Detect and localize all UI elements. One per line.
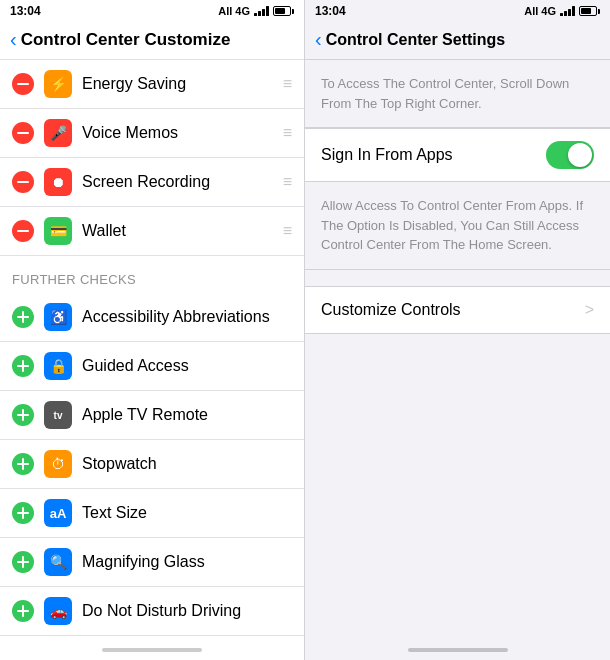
right-status-right: All 4G [524, 5, 600, 17]
list-item-dnd[interactable]: 🚗 Do Not Disturb Driving [0, 587, 304, 636]
remove-voice-button[interactable] [12, 122, 34, 144]
list-item-voice[interactable]: 🎤 Voice Memos ≡ [0, 109, 304, 158]
add-appletv-button[interactable] [12, 404, 34, 426]
list-item-appletv[interactable]: tv Apple TV Remote [0, 391, 304, 440]
list-item-guided[interactable]: 🔒 Guided Access [0, 342, 304, 391]
add-dnd-button[interactable] [12, 600, 34, 622]
dnd-label: Do Not Disturb Driving [82, 602, 292, 620]
magnifying-label: Magnifying Glass [82, 553, 292, 571]
accessibility-icon: ♿ [44, 303, 72, 331]
left-back-button[interactable]: ‹ [10, 28, 17, 51]
screen-icon: ⏺ [44, 168, 72, 196]
right-status-bar: 13:04 All 4G [305, 0, 610, 22]
left-status-right: All 4G [218, 5, 294, 17]
list-item-accessibility[interactable]: ♿ Accessibility Abbreviations [0, 293, 304, 342]
magnifying-icon: 🔍 [44, 548, 72, 576]
left-panel: 13:04 All 4G ‹ Control Center Customize [0, 0, 305, 660]
right-signal-icon [560, 6, 575, 16]
energy-drag-handle[interactable]: ≡ [283, 75, 292, 93]
right-home-bar [408, 648, 508, 652]
right-back-button[interactable]: ‹ [315, 28, 322, 51]
list-item-wallet[interactable]: 💳 Wallet ≡ [0, 207, 304, 256]
textsize-icon: aA [44, 499, 72, 527]
voice-drag-handle[interactable]: ≡ [283, 124, 292, 142]
info-text: To Access The Control Center, Scroll Dow… [321, 76, 569, 111]
info-box: To Access The Control Center, Scroll Dow… [305, 60, 610, 128]
appletv-label: Apple TV Remote [82, 406, 292, 424]
appletv-icon: tv [44, 401, 72, 429]
add-guided-button[interactable] [12, 355, 34, 377]
right-network: All 4G [524, 5, 556, 17]
left-battery-icon [273, 6, 294, 16]
add-magnifying-button[interactable] [12, 551, 34, 573]
left-nav-title: Control Center Customize [21, 30, 231, 50]
further-items-section: ♿ Accessibility Abbreviations 🔒 Guided A… [0, 293, 304, 640]
further-checks-header: FURTHER CHECKS [0, 256, 304, 293]
energy-icon: ⚡ [44, 70, 72, 98]
left-list-section: ⚡ Energy Saving ≡ 🎤 Voice Memos ≡ ⏺ Scre… [0, 60, 304, 640]
screen-label: Screen Recording [82, 173, 275, 191]
list-item-stopwatch[interactable]: ⏱ Stopwatch [0, 440, 304, 489]
customize-controls-row[interactable]: Customize Controls > [305, 286, 610, 334]
customize-label: Customize Controls [321, 301, 461, 319]
guided-label: Guided Access [82, 357, 292, 375]
right-battery-icon [579, 6, 600, 16]
right-panel: 13:04 All 4G ‹ Control Center Settings [305, 0, 610, 660]
screen-drag-handle[interactable]: ≡ [283, 173, 292, 191]
energy-label: Energy Saving [82, 75, 275, 93]
add-accessibility-button[interactable] [12, 306, 34, 328]
right-content: To Access The Control Center, Scroll Dow… [305, 60, 610, 640]
left-back-chevron: ‹ [10, 28, 17, 51]
remove-energy-button[interactable] [12, 73, 34, 95]
accessibility-label: Accessibility Abbreviations [82, 308, 292, 326]
sign-in-toggle[interactable] [546, 141, 594, 169]
included-items-section: ⚡ Energy Saving ≡ 🎤 Voice Memos ≡ ⏺ Scre… [0, 60, 304, 256]
list-item-energy[interactable]: ⚡ Energy Saving ≡ [0, 60, 304, 109]
remove-wallet-button[interactable] [12, 220, 34, 242]
voice-label: Voice Memos [82, 124, 275, 142]
sign-in-row[interactable]: Sign In From Apps [305, 128, 610, 182]
stopwatch-label: Stopwatch [82, 455, 292, 473]
add-stopwatch-button[interactable] [12, 453, 34, 475]
wallet-drag-handle[interactable]: ≡ [283, 222, 292, 240]
left-signal-icon [254, 6, 269, 16]
textsize-label: Text Size [82, 504, 292, 522]
toggle-thumb [568, 143, 592, 167]
add-textsize-button[interactable] [12, 502, 34, 524]
allow-text: Allow Access To Control Center From Apps… [321, 198, 583, 252]
list-item-magnifying[interactable]: 🔍 Magnifying Glass [0, 538, 304, 587]
guided-icon: 🔒 [44, 352, 72, 380]
dnd-icon: 🚗 [44, 597, 72, 625]
left-status-bar: 13:04 All 4G [0, 0, 304, 22]
allow-text-box: Allow Access To Control Center From Apps… [305, 182, 610, 270]
left-nav-header: ‹ Control Center Customize [0, 22, 304, 60]
stopwatch-icon: ⏱ [44, 450, 72, 478]
list-item-textsize[interactable]: aA Text Size [0, 489, 304, 538]
left-time: 13:04 [10, 4, 41, 18]
sign-in-label: Sign In From Apps [321, 146, 453, 164]
right-nav-header: ‹ Control Center Settings [305, 22, 610, 60]
right-nav-title: Control Center Settings [326, 31, 506, 49]
wallet-label: Wallet [82, 222, 275, 240]
left-home-bar [102, 648, 202, 652]
customize-chevron-icon: > [585, 301, 594, 319]
list-item-screen[interactable]: ⏺ Screen Recording ≡ [0, 158, 304, 207]
left-home-indicator [0, 640, 304, 660]
voice-icon: 🎤 [44, 119, 72, 147]
right-home-indicator [305, 640, 610, 660]
remove-screen-button[interactable] [12, 171, 34, 193]
right-time: 13:04 [315, 4, 346, 18]
wallet-icon: 💳 [44, 217, 72, 245]
left-network: All 4G [218, 5, 250, 17]
